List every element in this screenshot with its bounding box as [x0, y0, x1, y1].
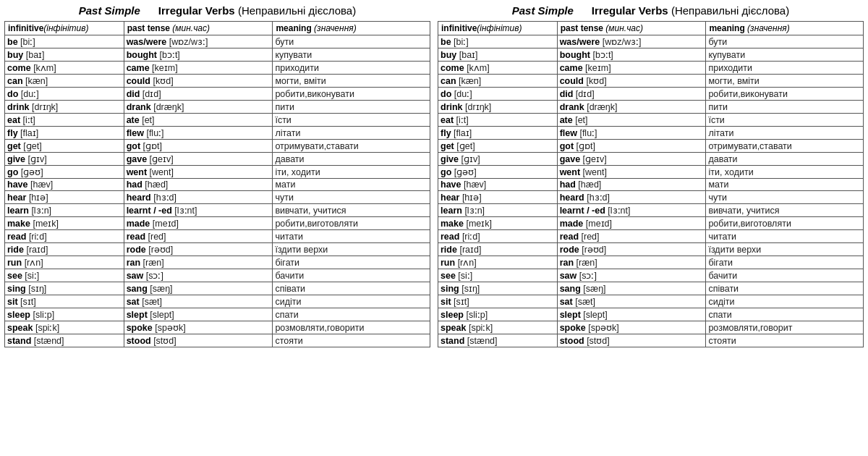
inf-phonetic: [hɪə] [462, 193, 482, 203]
past-phonetic: [hæd] [145, 180, 168, 190]
table-row: come [kʌm]came [keɪm]приходити [5, 62, 430, 75]
past-word: did [127, 89, 140, 99]
meaning-cell: вивчати, учитися [273, 204, 430, 217]
meaning-cell: пити [706, 101, 864, 114]
table-row: stand [stænd]stood [stʊd]стояти [5, 334, 430, 347]
past-cell: heard [hɜːd] [124, 191, 273, 204]
past-word: flew [127, 128, 144, 138]
inf-word: do [441, 89, 451, 99]
inf-phonetic: [hæv] [30, 180, 53, 190]
inf-word: eat [7, 115, 20, 125]
inf-phonetic: [raɪd] [26, 245, 48, 255]
meaning-cell: сидіти [706, 295, 864, 308]
table-row: ride [raɪd]rode [rəʊd]їздити верхи [438, 243, 864, 256]
inf-phonetic: [sɪŋ] [28, 284, 46, 294]
inf-phonetic: [iːt] [23, 115, 35, 125]
inf-word: stand [441, 336, 464, 346]
past-word: sang [127, 284, 148, 294]
inf-phonetic: [sɪt] [454, 297, 469, 307]
past-phonetic: [sæŋ] [150, 284, 172, 294]
past-phonetic: [et] [142, 115, 154, 125]
inf-cell: be [biː] [438, 35, 558, 48]
past-phonetic: [rəʊd] [582, 245, 606, 255]
past-word: went [560, 167, 580, 177]
past-phonetic: [ɡɒt] [143, 141, 162, 151]
inf-word: sleep [441, 310, 464, 320]
past-phonetic: [sæt] [575, 297, 595, 307]
inf-cell: do [duː] [438, 88, 558, 101]
inf-phonetic: [duː] [454, 89, 472, 99]
meaning-cell: стояти [706, 334, 864, 347]
inf-cell: ride [raɪd] [438, 243, 558, 256]
right-irregular-verbs-title: Irregular Verbs (Неправильні дієслова) [592, 4, 789, 17]
inf-word: be [7, 37, 18, 47]
table-row: hear [hɪə]heard [hɜːd]чути [5, 191, 430, 204]
meaning-cell: робити,виготовляти [706, 217, 864, 230]
inf-word: ride [7, 245, 24, 255]
past-word: rode [127, 245, 146, 255]
inf-phonetic: [sliːp] [466, 310, 488, 320]
inf-phonetic: [ɡet] [456, 141, 475, 151]
inf-cell: hear [hɪə] [5, 191, 124, 204]
table-row: do [duː]did [dɪd]робити,виконувати [438, 88, 864, 101]
inf-phonetic: [riːd] [29, 232, 47, 242]
past-cell: had [hæd] [124, 179, 273, 191]
table-row: have [hæv]had [hæd]мати [5, 179, 430, 191]
inf-cell: read [riːd] [5, 230, 124, 243]
inf-cell: have [hæv] [438, 179, 558, 191]
inf-phonetic: [siː] [458, 271, 472, 281]
inf-word: sit [441, 297, 451, 307]
inf-cell: see [siː] [5, 269, 124, 282]
inf-phonetic: [kæn] [459, 76, 481, 86]
past-phonetic: [sɔː] [146, 271, 163, 281]
past-phonetic: [sæt] [142, 297, 162, 307]
past-cell: learnt / -ed [lɜːnt] [124, 204, 273, 217]
past-phonetic: [meɪd] [153, 219, 179, 229]
meaning-cell: їсти [706, 114, 864, 127]
inf-phonetic: [biː] [20, 37, 35, 47]
table-row: have [hæv]had [hæd]мати [438, 179, 864, 191]
past-cell: ate [et] [124, 114, 273, 127]
meaning-cell: вивчати, учитися [706, 204, 864, 217]
past-word: got [127, 141, 140, 151]
past-phonetic: [went] [583, 167, 607, 177]
table-row: make [meɪk]made [meɪd]робити,виготовляти [438, 217, 864, 230]
table-row: give [ɡɪv]gave [ɡeɪv]давати [438, 153, 864, 166]
table-row: get [ɡet]got [ɡɒt]отримувати,ставати [5, 140, 430, 153]
past-cell: slept [slept] [124, 308, 273, 321]
inf-word: do [7, 89, 18, 99]
inf-phonetic: [kʌm] [467, 63, 490, 73]
meaning-cell: їсти [273, 114, 430, 127]
right-section-header: Past Simple Irregular Verbs (Неправильні… [438, 3, 864, 18]
meaning-cell: могти, вміти [273, 75, 430, 88]
inf-cell: sing [sɪŋ] [438, 282, 558, 295]
past-cell: saw [sɔː] [557, 269, 706, 282]
table-row: speak [spiːk]spoke [spəʊk]розмовляти,гов… [438, 321, 864, 334]
past-phonetic: [wɒz/wɜː] [169, 37, 208, 47]
inf-phonetic: [sɪŋ] [461, 284, 480, 294]
past-cell: got [ɡɒt] [557, 140, 706, 153]
table-row: buy [baɪ]bought [bɔːt]купувати [438, 48, 864, 62]
inf-phonetic: [rʌn] [458, 258, 477, 268]
inf-cell: fly [flaɪ] [5, 127, 124, 140]
meaning-cell: мати [273, 179, 430, 191]
past-cell: could [kʊd] [124, 75, 273, 88]
past-phonetic: [fluː] [146, 128, 163, 138]
past-phonetic: [dræŋk] [153, 102, 184, 112]
past-phonetic: [stʊd] [153, 336, 176, 346]
meaning-cell: літати [273, 127, 430, 140]
right-past-simple-title: Past Simple [512, 4, 574, 17]
inf-word: get [441, 141, 454, 151]
past-word: learnt / -ed [560, 206, 605, 216]
inf-word: speak [7, 323, 33, 333]
inf-phonetic: [stænd] [34, 336, 64, 346]
inf-cell: do [duː] [5, 88, 124, 101]
inf-word: hear [441, 193, 459, 203]
inf-word: sleep [7, 310, 30, 320]
tables-row: infinitive(інфінітив) past tense (мин.ча… [4, 21, 864, 347]
table-row: sit [sɪt]sat [sæt]сидіти [438, 295, 864, 308]
past-phonetic: [went] [150, 167, 174, 177]
inf-phonetic: [meɪk] [33, 219, 59, 229]
inf-cell: run [rʌn] [5, 256, 124, 269]
past-phonetic: [fluː] [579, 128, 597, 138]
